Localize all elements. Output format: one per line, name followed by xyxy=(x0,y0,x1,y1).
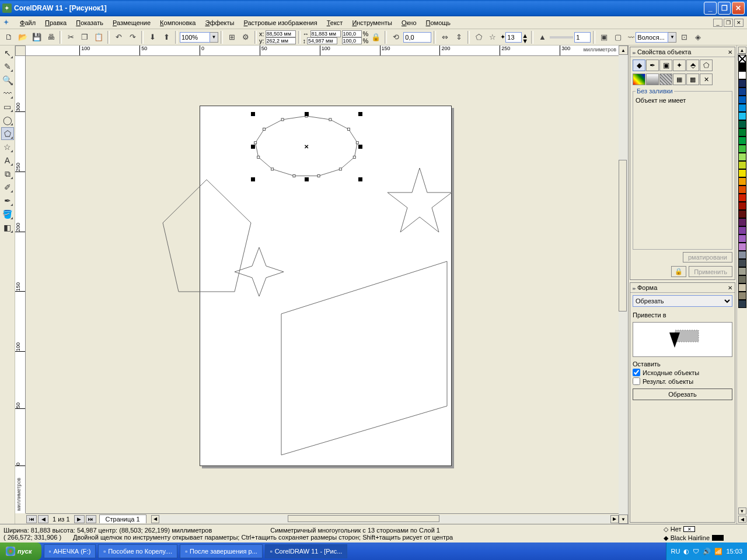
undo-button[interactable]: ↶ xyxy=(112,31,125,44)
new-button[interactable]: 🗋 xyxy=(2,31,15,44)
selection-handle[interactable] xyxy=(358,145,362,149)
viewport[interactable]: ✕ xyxy=(26,56,619,513)
fill-uniform-button[interactable] xyxy=(633,74,645,85)
color-swatch[interactable] xyxy=(738,186,746,194)
taskbar-item[interactable]: ▫Пособие по Корелу.... xyxy=(98,544,177,558)
ellipse-tool[interactable]: ◯ xyxy=(1,114,14,127)
page-next-button[interactable]: ▶ xyxy=(74,515,85,523)
color-swatch[interactable] xyxy=(738,202,746,210)
trim-button[interactable]: Обрезать xyxy=(633,388,732,400)
color-swatch[interactable] xyxy=(738,194,746,202)
horizontal-scrollbar[interactable]: ◀ ▶ xyxy=(151,515,619,523)
cut-button[interactable]: ✂ xyxy=(64,31,77,44)
outline-combo[interactable]: 〰 ▼ xyxy=(628,32,676,43)
page-prev-button[interactable]: ◀ xyxy=(38,515,48,523)
color-swatch[interactable] xyxy=(738,169,746,177)
color-swatch[interactable] xyxy=(738,55,746,63)
maximize-button[interactable]: ❐ xyxy=(718,2,731,15)
zoom-tool[interactable]: 🔍 xyxy=(1,74,14,86)
color-swatch[interactable] xyxy=(738,63,746,71)
color-swatch[interactable] xyxy=(738,235,746,243)
sides-field[interactable] xyxy=(505,32,522,43)
outline-tool[interactable]: ✒ xyxy=(1,194,14,207)
selection-handle[interactable] xyxy=(358,112,362,116)
position-fields[interactable]: x: y: xyxy=(259,30,296,44)
color-swatch[interactable] xyxy=(738,88,746,96)
menu-Инструменты[interactable]: Инструменты xyxy=(347,18,397,27)
to-back-button[interactable]: ▢ xyxy=(612,31,624,44)
shaping-mode-combo[interactable]: Обрезать xyxy=(633,295,732,307)
menu-Компоновка[interactable]: Компоновка xyxy=(155,18,200,27)
selection-handle[interactable] xyxy=(251,177,255,181)
menu-Растровые изображения[interactable]: Растровые изображения xyxy=(239,18,322,27)
print-button[interactable]: 🖶 xyxy=(44,31,57,44)
color-swatch[interactable] xyxy=(738,128,746,136)
fill-tool[interactable]: 🪣 xyxy=(1,208,14,220)
ruler-horizontal[interactable]: миллиметров 10050050100150200250300 xyxy=(26,46,619,56)
format-button[interactable]: рматировани xyxy=(683,252,732,262)
tray-icon[interactable]: ◐ xyxy=(683,548,689,555)
color-swatch[interactable] xyxy=(738,218,746,226)
ruler-vertical[interactable]: миллиметров 050100150200250300 xyxy=(15,56,26,513)
size-fields[interactable]: ↔ ↕ xyxy=(303,30,341,44)
color-swatch[interactable] xyxy=(738,161,746,169)
tray-clock[interactable]: 15:03 xyxy=(726,548,742,555)
text-tool[interactable]: A xyxy=(1,154,14,167)
options-button[interactable]: ⚙ xyxy=(239,31,252,44)
fill-tab[interactable]: ◆ xyxy=(633,60,645,71)
fill-fountain-button[interactable] xyxy=(646,74,659,85)
color-swatch[interactable] xyxy=(738,251,746,259)
sharpness-slider[interactable] xyxy=(550,36,573,38)
mdi-minimize-button[interactable]: _ xyxy=(713,19,722,27)
menu-Показать[interactable]: Показать xyxy=(71,18,108,27)
outline-tab[interactable]: ✒ xyxy=(646,60,659,71)
selection-handle[interactable] xyxy=(251,112,255,116)
taskbar-item[interactable]: ▫АНЕЧКА (F:) xyxy=(44,544,96,558)
keep-source-checkbox[interactable]: Исходные объекты xyxy=(633,369,732,376)
fill-pattern-button[interactable] xyxy=(659,74,672,85)
color-swatch[interactable] xyxy=(738,112,746,120)
shape-tool[interactable]: ✎ xyxy=(1,60,14,73)
import-button[interactable]: ⬇ xyxy=(146,31,159,44)
start-button[interactable]: пуск xyxy=(0,542,41,560)
page-tab[interactable]: Страница 1 xyxy=(99,514,146,523)
minimize-button[interactable]: _ xyxy=(704,2,717,15)
color-swatch[interactable] xyxy=(738,226,746,235)
color-swatch[interactable] xyxy=(738,104,746,112)
color-swatch[interactable] xyxy=(738,71,746,79)
redo-button[interactable]: ↷ xyxy=(126,31,139,44)
tab-4[interactable]: ✦ xyxy=(673,60,686,71)
color-swatch[interactable] xyxy=(738,96,746,104)
mirror-v-button[interactable]: ⇕ xyxy=(452,31,465,44)
pick-tool[interactable]: ↖ xyxy=(1,47,14,60)
vertical-scrollbar[interactable]: ▲ ▼ xyxy=(619,46,628,524)
sharpness-field[interactable] xyxy=(574,32,591,43)
color-swatch[interactable] xyxy=(738,284,746,292)
menu-Окно[interactable]: Окно xyxy=(397,18,421,27)
rotation-field[interactable] xyxy=(403,32,431,43)
open-button[interactable]: 📂 xyxy=(16,31,29,44)
tray-icon[interactable]: 📶 xyxy=(714,548,722,555)
color-swatch[interactable] xyxy=(738,120,746,128)
palette-up-button[interactable]: ▲ xyxy=(738,47,746,54)
color-swatch[interactable] xyxy=(738,210,746,218)
convert-button[interactable]: ◈ xyxy=(692,31,704,44)
snap-button[interactable]: ⊞ xyxy=(225,31,238,44)
wrap-button[interactable]: ⊡ xyxy=(678,31,690,44)
control-menu-icon[interactable]: ✦ xyxy=(4,19,12,27)
menu-Правка[interactable]: Правка xyxy=(40,18,71,27)
page-last-button[interactable]: ⏭ xyxy=(86,515,96,523)
basic-shapes-tool[interactable]: ☆ xyxy=(1,141,14,153)
docker-close-button[interactable]: ✕ xyxy=(728,49,732,55)
freehand-tool[interactable]: 〰 xyxy=(1,87,14,100)
star-icon[interactable]: ☆ xyxy=(486,31,499,44)
fill-texture-button[interactable]: ▦ xyxy=(673,74,686,85)
color-swatch[interactable] xyxy=(738,136,746,145)
page-first-button[interactable]: ⏮ xyxy=(26,515,37,523)
menu-Помощь[interactable]: Помощь xyxy=(421,18,456,27)
selection-handle[interactable] xyxy=(305,112,309,116)
interactive-fill-tool[interactable]: ◧ xyxy=(1,221,14,234)
color-swatch[interactable] xyxy=(738,153,746,161)
menu-Файл[interactable]: Файл xyxy=(15,18,40,27)
keep-result-checkbox[interactable]: Результ. объекты xyxy=(633,377,732,385)
